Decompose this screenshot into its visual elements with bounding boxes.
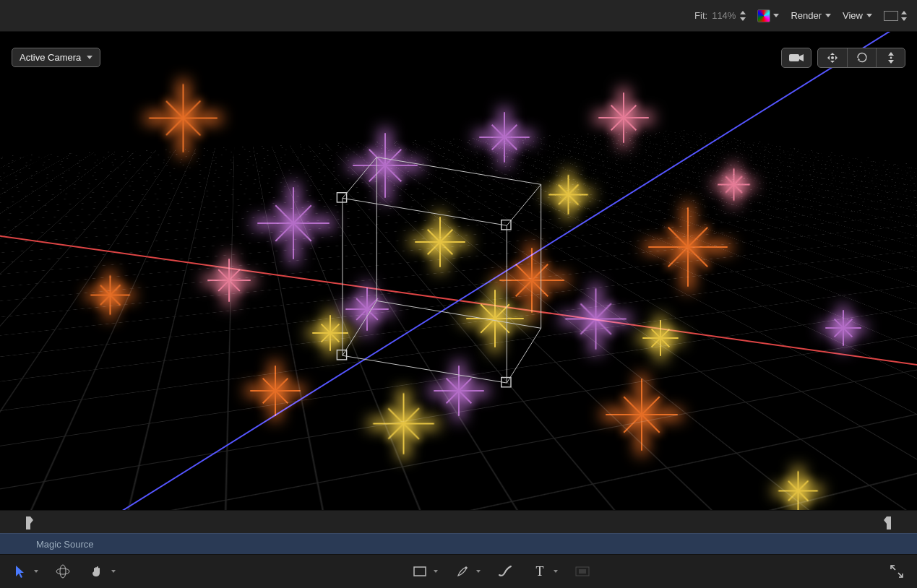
select-tool-icon [15, 565, 25, 578]
fullscreen-toggle[interactable] [887, 561, 907, 581]
rotate-icon [856, 51, 869, 64]
color-channel-popup[interactable] [757, 9, 779, 22]
out-point-marker-icon[interactable] [884, 516, 891, 529]
chevron-down-icon [866, 14, 872, 17]
fullscreen-icon [890, 565, 903, 578]
svg-rect-25 [414, 567, 426, 576]
zoom-fit-control[interactable]: Fit: 114% [694, 10, 746, 21]
fit-label: Fit: [694, 10, 707, 21]
chevron-down-icon[interactable] [111, 570, 116, 573]
svg-point-26 [465, 567, 468, 569]
rect-tool-icon [413, 566, 426, 576]
chevron-down-icon[interactable] [554, 570, 558, 573]
transform-3d-icon [56, 564, 70, 579]
mini-timeline-clip[interactable]: Magic Source [0, 533, 917, 555]
svg-marker-17 [799, 54, 804, 61]
mask-tool-icon [575, 566, 590, 576]
view-3d-tools [781, 48, 905, 68]
in-point-marker-icon[interactable] [26, 516, 33, 529]
text-tool[interactable]: T [530, 561, 550, 581]
color-swatch-icon [757, 9, 770, 22]
chevron-down-icon [825, 14, 831, 17]
mini-timeline-ruler[interactable] [0, 510, 917, 533]
viewport-layout-popup[interactable] [884, 11, 907, 21]
chevron-down-icon [773, 14, 779, 17]
brush-tool-icon [498, 565, 512, 578]
hand-tool-icon [91, 565, 104, 578]
pan-view-button[interactable] [818, 48, 847, 67]
orbit-view-button[interactable] [847, 48, 876, 67]
render-menu-label: Render [791, 10, 822, 21]
camera-icon [789, 53, 804, 63]
bottom-toolbar: T [0, 555, 917, 588]
dolly-view-button[interactable] [876, 48, 905, 67]
chevron-down-icon [87, 56, 92, 59]
chevron-down-icon[interactable] [476, 570, 481, 573]
camera-selector-label: Active Camera [20, 52, 81, 63]
chevron-down-icon[interactable] [34, 570, 38, 573]
text-tool-icon: T [536, 564, 544, 579]
viewport-layout-icon [884, 11, 898, 21]
clip-name-label: Magic Source [36, 539, 93, 550]
pen-tool-icon [456, 565, 469, 578]
pen-tool[interactable] [452, 561, 473, 581]
svg-point-18 [831, 56, 834, 59]
camera-selector[interactable]: Active Camera [12, 48, 100, 67]
svg-point-22 [890, 57, 892, 59]
mask-tool[interactable] [572, 561, 593, 581]
transform-3d-tool[interactable] [53, 561, 73, 581]
stepper-icon [740, 11, 746, 21]
rectangle-tool[interactable] [410, 561, 430, 581]
svg-marker-19 [858, 58, 860, 61]
canvas-viewport[interactable]: Active Camera [0, 32, 917, 510]
hand-tool[interactable] [87, 561, 108, 581]
svg-rect-16 [789, 54, 799, 61]
paint-stroke-tool[interactable] [495, 561, 515, 581]
view-menu[interactable]: View [843, 10, 872, 21]
chevron-down-icon[interactable] [434, 570, 438, 573]
orbit-icon [826, 51, 839, 64]
updown-icon [887, 51, 895, 64]
particle-field [0, 32, 917, 510]
top-toolbar: Fit: 114% Render View [0, 0, 917, 32]
svg-point-24 [60, 565, 66, 578]
view-menu-label: View [843, 10, 863, 21]
fit-value: 114% [712, 10, 736, 21]
svg-rect-28 [579, 569, 586, 574]
stepper-icon [901, 11, 907, 21]
select-tool[interactable] [10, 561, 30, 581]
frame-camera-button[interactable] [782, 48, 811, 67]
svg-marker-21 [888, 60, 894, 64]
svg-marker-20 [888, 52, 894, 56]
render-menu[interactable]: Render [791, 10, 831, 21]
svg-point-23 [56, 568, 69, 574]
